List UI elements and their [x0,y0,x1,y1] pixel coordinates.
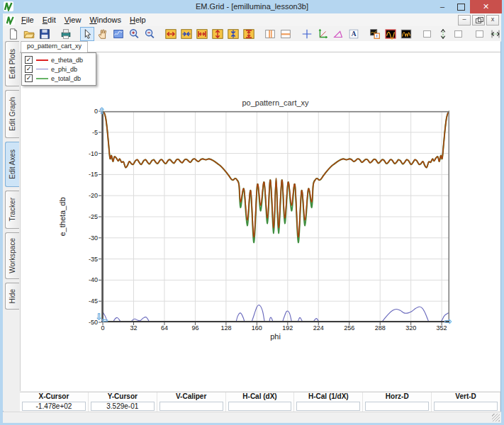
child-minimize-button[interactable] [458,15,471,26]
x-tick-label: 128 [215,324,237,332]
fit-y-icon[interactable] [242,27,256,41]
cursor-handle-left-arrow[interactable]: ⇦ [101,316,108,325]
window-close-button[interactable]: ✕ [470,0,502,13]
expand-x-icon[interactable] [164,27,178,41]
child-close-button[interactable] [486,15,499,26]
window-title: EM.Grid - [emillumina_lesson3b] [0,2,504,11]
x-tick-label: 160 [245,324,268,332]
resize-grip[interactable] [492,414,500,421]
cursor-status-table: X-Cursor-1.478e+02Y-Cursor3.529e-01V-Cal… [20,392,500,412]
plot-legend: e_theta_dbe_phi_dbe_total_db [21,52,96,86]
status-value [228,402,292,411]
status-value: -1.478e+02 [22,402,86,411]
split-horizontal-icon[interactable] [279,27,293,41]
zoom-in-icon[interactable] [127,27,141,41]
menu-item-edit[interactable]: Edit [38,13,60,26]
h-align-box-left-icon[interactable] [473,27,487,41]
plot-style-active-icon[interactable] [383,27,398,41]
x-tick-label: 256 [338,324,361,332]
sidebar-tab-edit-axes[interactable]: Edit Axes [5,142,19,187]
status-column-h-cal-1-dx-: H-Cal (1/dX) [294,392,363,412]
menu-item-file[interactable]: File [17,13,38,26]
status-header: H-Cal (dX) [226,392,294,401]
legend-checkbox-e_phi_db[interactable] [25,65,33,73]
axes-icon[interactable] [315,27,330,41]
new-file-icon[interactable] [6,27,21,41]
menu-item-view[interactable]: View [60,13,86,26]
status-value [159,402,223,411]
y-tick-label: -45 [72,298,98,305]
y-tick-label: -40 [72,276,98,283]
sidebar-tab-workspace[interactable]: Workspace [5,232,19,279]
status-value: 3.529e-01 [91,402,155,411]
menu-item-help[interactable]: Help [125,13,150,26]
x-tick-label: 32 [123,324,145,332]
x-tick-label: 320 [400,324,422,332]
status-column-horz-d: Horz-D [363,392,432,412]
legend-row-e_phi_db: e_phi_db [25,64,93,74]
sidebar-tab-edit-plots[interactable]: Edit Plots [5,41,19,86]
save-icon[interactable] [38,27,52,41]
shrink-y-icon[interactable] [226,27,240,41]
restore-icon [476,18,481,23]
zoom-box-tool-icon[interactable] [111,27,125,41]
child-restore-button[interactable] [472,15,485,26]
window-maximize-button[interactable] [452,0,470,13]
document-tab[interactable]: po_pattern_cart_xy [21,41,88,53]
child-window-controls [458,15,499,26]
sidebar-tabstrip: Edit PlotsEdit GraphEdit AxesTrackerWork… [3,41,20,411]
legend-label: e_total_db [51,75,81,82]
legend-row-e_total_db: e_total_db [25,74,93,83]
print-icon[interactable] [59,27,73,41]
status-column-h-cal-dx-: H-Cal (dX) [226,392,295,412]
legend-line-sample [36,69,48,69]
expand-y-icon[interactable] [211,27,225,41]
h-arrows-icon[interactable] [488,27,503,41]
shrink-x-icon[interactable] [179,27,194,41]
series-e_total_db [103,111,449,242]
sidebar-tab-hide[interactable]: Hide [5,283,19,310]
status-header: H-Cal (1/dX) [294,392,362,401]
sidebar-tab-tracker[interactable]: Tracker [5,191,19,229]
chart-plot-area[interactable] [101,111,449,322]
sidebar-tab-edit-graph[interactable]: Edit Graph [5,90,19,138]
crosshair-icon[interactable] [300,27,314,41]
fit-x-icon[interactable] [195,27,209,41]
angle-icon[interactable] [331,27,345,41]
x-tick-label: 224 [307,324,330,332]
status-column-y-cursor: Y-Cursor3.529e-01 [89,392,157,412]
v-align-box-left-icon[interactable] [420,27,435,41]
zoom-out-icon[interactable] [142,27,157,41]
copy-plot-icon[interactable] [368,27,382,41]
status-value [434,402,498,411]
legend-checkbox-e_total_db[interactable] [25,74,33,82]
plot-style-icon[interactable] [399,27,413,41]
cursor-handle-bottom-right[interactable]: ⇨ [444,316,452,327]
sidebar-tab-label: Edit Graph [9,94,16,134]
status-header: X-Cursor [20,392,88,401]
status-column-v-caliper: V-Caliper [157,392,226,412]
y-tick-label: -15 [72,171,98,178]
y-tick-label: -30 [72,234,98,242]
split-vertical-icon[interactable] [263,27,277,41]
cursor-handle-top-left[interactable]: ⇧ [98,106,106,116]
pointer-tool-icon[interactable] [80,27,94,41]
y-tick-label: -25 [72,213,98,220]
sidebar-tab-label: Tracker [9,195,16,225]
status-column-x-cursor: X-Cursor-1.478e+02 [20,392,89,412]
status-header: Horz-D [363,392,431,401]
x-axis-label: phi [101,332,449,341]
pan-tool-icon[interactable] [96,27,110,41]
legend-label: e_phi_db [51,66,77,73]
v-align-box-right-icon[interactable] [452,27,466,41]
legend-checkbox-e_theta_db[interactable] [25,56,33,64]
open-file-icon[interactable] [22,27,36,41]
svg-text:A: A [351,30,357,38]
menu-item-windows[interactable]: Windows [85,13,125,26]
text-icon[interactable]: A [347,27,361,41]
title-bar[interactable]: EM.Grid - [emillumina_lesson3b] – ✕ [0,0,504,13]
x-tick-label: 192 [276,324,299,332]
window-minimize-button[interactable]: – [433,0,452,13]
menu-items: FileEditViewWindowsHelp [17,13,150,26]
v-arrows-icon[interactable] [436,27,450,41]
